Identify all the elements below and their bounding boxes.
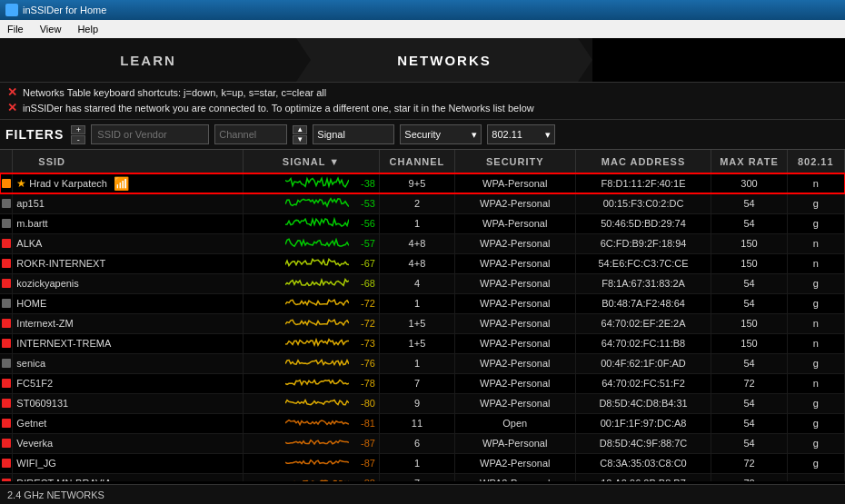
row-security: WPA2-Personal [454, 233, 575, 253]
add-filter-button[interactable]: + [71, 125, 85, 134]
table-row[interactable]: WIFI_JG -871WPA2-PersonalC8:3A:35:03:C8:… [0, 453, 845, 473]
row-signal: -81 [244, 413, 380, 433]
row-security: WPA2-Personal [454, 393, 575, 413]
dot8011-filter-dropdown[interactable]: 802.11 ▾ [487, 124, 555, 144]
table-row[interactable]: Getnet -8111Open00:1F:1F:97:DC:A854g [0, 413, 845, 433]
signal-filter-dropdown[interactable]: Signal [313, 124, 394, 144]
row-color-indicator [0, 233, 13, 253]
signal-value: -87 [352, 458, 375, 469]
channel-filter-input[interactable] [214, 124, 287, 144]
table-container[interactable]: SSID SIGNAL ▼ CHANNEL SECURITY MAC ADDRE… [0, 150, 845, 481]
table-row[interactable]: FC51F2 -787WPA2-Personal64:70:02:FC:51:F… [0, 373, 845, 393]
row-color-indicator [0, 293, 13, 313]
filters-label: FILTERS [5, 127, 64, 142]
row-maxrate: 54 [711, 213, 787, 233]
ssid-text: ALKA [16, 238, 42, 249]
col-header-security[interactable]: SECURITY [454, 150, 575, 173]
row-maxrate: 54 [711, 353, 787, 373]
signal-graph [285, 356, 349, 371]
ssid-text: HOME [16, 298, 46, 309]
ssid-text: DIRECT-MN-BRAVIA [16, 478, 111, 481]
signal-value: -53 [352, 198, 375, 209]
row-ssid: ★Hrad v Karpatech📶 [13, 173, 244, 193]
infobar: ✕ Networks Table keyboard shortcuts: j=d… [0, 82, 845, 119]
row-maxrate: 54 [711, 193, 787, 213]
row-channel: 1+5 [379, 313, 454, 333]
table-row[interactable]: ROKR-INTERNEXT -674+8WPA2-Personal54:E6:… [0, 253, 845, 273]
row-color-indicator [0, 393, 13, 413]
table-row[interactable]: senica -761WPA2-Personal00:4F:62:1F:0F:A… [0, 353, 845, 373]
tab-networks[interactable]: NETWORKS [296, 38, 592, 82]
remove-filter-button[interactable]: - [71, 135, 85, 144]
app-title: inSSIDer for Home [23, 5, 106, 15]
table-row[interactable]: ALKA -574+8WPA2-Personal6C:FD:B9:2F:18:9… [0, 233, 845, 253]
table-row[interactable]: ap151 -532WPA2-Personal00:15:F3:C0:2:DC5… [0, 193, 845, 213]
row-signal: -56 [244, 213, 380, 233]
table-row[interactable]: m.bartt -561WPA-Personal50:46:5D:BD:29:7… [0, 213, 845, 233]
row-ssid: INTERNEXT-TREMA [13, 333, 244, 353]
col-header-80211[interactable]: 802.11 [787, 150, 844, 173]
table-row[interactable]: DIRECT-MN-BRAVIA -887WPA2-Personal12:A0:… [0, 473, 845, 481]
row-ssid: ALKA [13, 233, 244, 253]
row-color-indicator [0, 333, 13, 353]
row-channel: 6 [379, 433, 454, 453]
row-maxrate: 300 [711, 173, 787, 193]
row-mac: 64:70:02:FC:51:F2 [575, 373, 711, 393]
signal-graph [285, 416, 349, 430]
row-channel: 1 [379, 353, 454, 373]
row-maxrate: 150 [711, 253, 787, 273]
table-row[interactable]: Internext-ZM -721+5WPA2-Personal64:70:02… [0, 313, 845, 333]
table-body: ★Hrad v Karpatech📶 -389+5WPA-PersonalF8:… [0, 173, 845, 481]
col-header-maxrate[interactable]: MAX RATE [711, 150, 787, 173]
row-channel: 7 [379, 473, 454, 481]
table-row[interactable]: ★Hrad v Karpatech📶 -389+5WPA-PersonalF8:… [0, 173, 845, 193]
ssid-text: FC51F2 [16, 378, 53, 389]
channel-arrow-buttons: ▲ ▼ [293, 125, 307, 144]
menu-help[interactable]: Help [74, 22, 102, 36]
security-label: Security [404, 129, 441, 140]
ssid-text: Internext-ZM [16, 318, 73, 329]
row-80211: n [787, 253, 844, 273]
close-info-1[interactable]: ✕ [7, 85, 17, 99]
channel-down-button[interactable]: ▼ [293, 135, 307, 144]
col-header-signal[interactable]: SIGNAL ▼ [244, 150, 380, 173]
row-signal: -72 [244, 313, 380, 333]
row-maxrate: 54 [711, 413, 787, 433]
row-security: WPA2-Personal [454, 313, 575, 333]
row-ssid: HOME [13, 293, 244, 313]
row-80211: g [787, 413, 844, 433]
row-maxrate: 150 [711, 333, 787, 353]
security-filter-dropdown[interactable]: Security ▾ [400, 124, 482, 144]
channel-up-button[interactable]: ▲ [293, 125, 307, 134]
ssid-filter-input[interactable] [91, 124, 209, 144]
row-ssid: DIRECT-MN-BRAVIA [13, 473, 244, 481]
signal-value: -38 [352, 178, 375, 189]
row-signal: -76 [244, 353, 380, 373]
row-maxrate: 54 [711, 433, 787, 453]
signal-graph [285, 296, 349, 311]
row-signal: -53 [244, 193, 380, 213]
close-info-2[interactable]: ✕ [7, 101, 17, 114]
col-header-channel[interactable]: CHANNEL [379, 150, 454, 173]
menu-file[interactable]: File [4, 22, 27, 36]
table-row[interactable]: Veverka -876WPA-PersonalD8:5D:4C:9F:88:7… [0, 433, 845, 453]
col-header-ssid[interactable]: SSID [13, 150, 244, 173]
row-maxrate: 72 [711, 473, 787, 481]
ssid-text: ROKR-INTERNEXT [16, 258, 105, 269]
row-security: WPA2-Personal [454, 333, 575, 353]
row-color-indicator [0, 213, 13, 233]
table-row[interactable]: INTERNEXT-TREMA -731+5WPA2-Personal64:70… [0, 333, 845, 353]
col-header-mac[interactable]: MAC ADDRESS [575, 150, 711, 173]
ssid-text: kozickyapenis [16, 278, 78, 289]
row-signal: -80 [244, 393, 380, 413]
row-ssid: kozickyapenis [13, 273, 244, 293]
table-row[interactable]: kozickyapenis -684WPA2-PersonalF8:1A:67:… [0, 273, 845, 293]
row-channel: 1+5 [379, 333, 454, 353]
ssid-text: Getnet [16, 418, 46, 429]
tabbar: LEARN NETWORKS [0, 38, 845, 82]
table-row[interactable]: ST0609131 -809WPA2-PersonalD8:5D:4C:D8:B… [0, 393, 845, 413]
tab-learn[interactable]: LEARN [0, 38, 296, 82]
menu-view[interactable]: View [36, 22, 65, 36]
table-row[interactable]: HOME -721WPA2-PersonalB0:48:7A:F2:48:645… [0, 293, 845, 313]
statusbar: 2.4 GHz NETWORKS [0, 484, 845, 504]
